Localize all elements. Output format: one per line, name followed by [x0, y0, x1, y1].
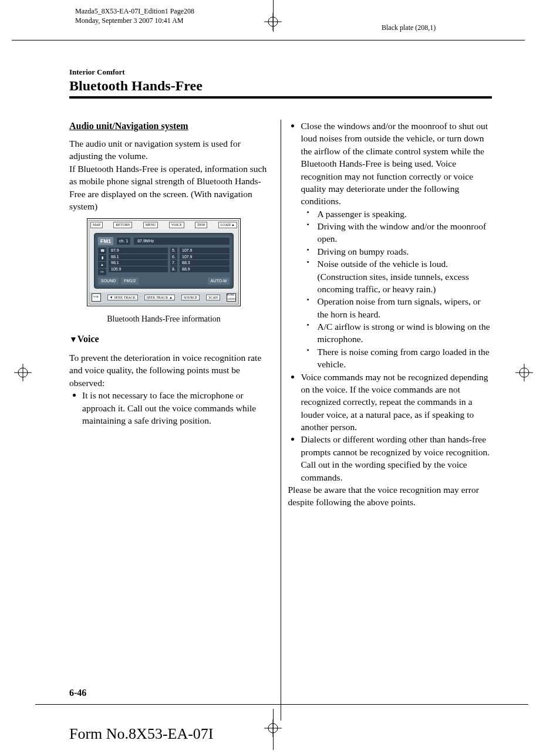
presets-right: 5.107.9 6.107.9 7.88.3 8.88.9	[170, 248, 230, 275]
sub-list-item: Operation noise from turn signals, wiper…	[301, 295, 492, 320]
closing-paragraph: Please be aware that the voice recogniti…	[288, 483, 492, 509]
chapter-label: Interior Comfort	[69, 67, 492, 77]
phone-icon: ☎	[98, 248, 106, 254]
down-triangle-icon: ▼	[69, 335, 77, 344]
radio-button-seek-down: ▼ SEEK TRACK	[107, 295, 138, 300]
radio-button-source: SOURCE	[181, 295, 200, 300]
volume-knob: VOL	[92, 293, 101, 302]
figure-caption: Bluetooth Hands-Free information	[87, 313, 241, 324]
radio-bottom-buttons: VOL ▼ SEEK TRACK SEEK TRACK ▲ SOURCE SCA…	[89, 292, 238, 304]
radio-screen: FM1 ch. 1 87.9MHz ☎ ▮ ▲ ▭	[94, 233, 234, 289]
list-item: Voice commands may not be recognized dep…	[288, 371, 492, 434]
page-content: Interior Comfort Bluetooth Hands-Free Au…	[69, 67, 492, 721]
registration-mark-icon	[515, 364, 533, 384]
print-header-line2: Monday, September 3 2007 10:41 AM	[75, 16, 194, 26]
channel-badge: ch. 1	[117, 238, 130, 245]
preset-num: 8.	[170, 266, 177, 272]
radio-screen-footer: SOUND FM1/2 AUTO-M	[98, 278, 230, 285]
radio-top-buttons: MAP RETURN MENU VOICE DISP LOAD/▲	[89, 221, 238, 229]
bluetooth-status-icons: ☎ ▮ ▲ ▭	[98, 248, 106, 275]
voice-heading: ▼Voice	[69, 333, 274, 346]
print-header: Mazda5_8X53-EA-07I_Edition1 Page208 Mond…	[75, 7, 194, 25]
tune-knob: TUNE AUDIO	[227, 293, 236, 302]
fm-badge: FM1	[98, 237, 113, 245]
preset-num: 6.	[170, 254, 177, 260]
preset-row: 6.107.9	[170, 254, 230, 260]
crop-mark	[12, 40, 525, 40]
radio-button-return: RETURN	[113, 222, 132, 228]
preset-freq: 88.3	[180, 260, 230, 266]
preset-row: 98.1	[109, 260, 168, 266]
left-column: Audio unit/Navigation system The audio u…	[69, 120, 274, 721]
sub-list-item: A passenger is speaking.	[301, 208, 492, 220]
list-item: It is not necessary to face the micropho…	[69, 389, 274, 427]
black-plate-label: Black plate (208,1)	[382, 23, 436, 32]
audio-paragraph: The audio unit or navigation system is u…	[69, 137, 274, 212]
screen-button-autom: AUTO-M	[208, 278, 230, 285]
preset-freq: 105.9	[109, 266, 168, 272]
registration-mark-icon	[264, 13, 282, 33]
screen-button-fm: FM1/2	[121, 278, 139, 285]
radio-figure: MAP RETURN MENU VOICE DISP LOAD/▲ FM1 ch…	[87, 218, 241, 324]
list-item: Dialects or different wording other than…	[288, 433, 492, 483]
screen-button-sound: SOUND	[98, 278, 119, 285]
page-number: 6-46	[69, 688, 86, 698]
preset-row: 88.1	[109, 254, 168, 260]
voice-intro: To prevent the deterioration in voice re…	[69, 351, 274, 389]
radio-button-load: LOAD/▲	[218, 222, 237, 228]
preset-freq: 107.9	[180, 254, 230, 260]
preset-freq: 88.9	[180, 266, 230, 272]
sub-list-item: Driving on bumpy roads.	[301, 245, 492, 258]
battery-icon: ▭	[98, 269, 106, 275]
voice-bullets: It is not necessary to face the micropho…	[69, 389, 274, 427]
column-divider	[281, 120, 281, 721]
presets-left: 87.9 88.1 98.1 105.9	[109, 248, 168, 275]
audio-heading: Audio unit/Navigation system	[69, 120, 274, 133]
preset-row: 87.9	[109, 248, 168, 253]
radio-button-menu: MENU	[143, 222, 158, 228]
preset-row: 105.9	[109, 266, 168, 272]
preset-row: 7.88.3	[170, 260, 230, 266]
preset-num: 5.	[170, 248, 177, 253]
frequency-main: 87.9MHz	[134, 238, 230, 245]
form-number: Form No.8X53-EA-07I	[69, 725, 214, 743]
right-column: Close the windows and/or the moonroof to…	[288, 120, 492, 721]
voice-heading-text: Voice	[77, 334, 99, 344]
sub-bullets: A passenger is speaking. Driving with th…	[301, 208, 492, 371]
preset-freq: 88.1	[109, 254, 168, 260]
right-bullets: Close the windows and/or the moonroof to…	[288, 120, 492, 483]
radio-frame: MAP RETURN MENU VOICE DISP LOAD/▲ FM1 ch…	[87, 218, 241, 306]
signal-icon: ▮	[98, 255, 106, 261]
preset-freq: 107.9	[180, 248, 230, 253]
radio-button-map: MAP	[90, 222, 103, 228]
registration-mark-icon	[14, 364, 32, 384]
radio-button-seek-up: SEEK TRACK ▲	[144, 295, 175, 300]
sub-list-item: Driving with the window and/or the moonr…	[301, 220, 492, 245]
columns: Audio unit/Navigation system The audio u…	[69, 120, 492, 721]
preset-freq: 87.9	[109, 248, 168, 253]
preset-row: 8.88.9	[170, 266, 230, 272]
antenna-icon: ▲	[98, 262, 106, 268]
sub-list-item: A/C airflow is strong or wind is blowing…	[301, 320, 492, 346]
radio-button-voice: VOICE	[169, 222, 184, 228]
radio-button-scan: SCAN	[206, 295, 220, 300]
print-header-line1: Mazda5_8X53-EA-07I_Edition1 Page208	[75, 7, 194, 16]
radio-presets: ☎ ▮ ▲ ▭ 87.9 88.1 98.1 105.9	[98, 248, 230, 275]
bottom-rule	[35, 704, 528, 705]
sub-list-item: There is noise coming from cargo loaded …	[301, 346, 492, 371]
preset-freq: 98.1	[109, 260, 168, 266]
bullet-text: Close the windows and/or the moonroof to…	[301, 121, 488, 206]
radio-screen-header: FM1 ch. 1 87.9MHz	[98, 237, 230, 245]
preset-num: 7.	[170, 260, 177, 266]
sub-list-item: Noise outside of the vehicle is loud. (C…	[301, 258, 492, 295]
registration-mark-icon	[264, 719, 282, 739]
preset-row: 5.107.9	[170, 248, 230, 253]
radio-inner: MAP RETURN MENU VOICE DISP LOAD/▲ FM1 ch…	[89, 220, 239, 304]
radio-button-disp: DISP	[195, 222, 207, 228]
section-title: Bluetooth Hands-Free	[69, 78, 492, 99]
list-item: Close the windows and/or the moonroof to…	[288, 120, 492, 371]
